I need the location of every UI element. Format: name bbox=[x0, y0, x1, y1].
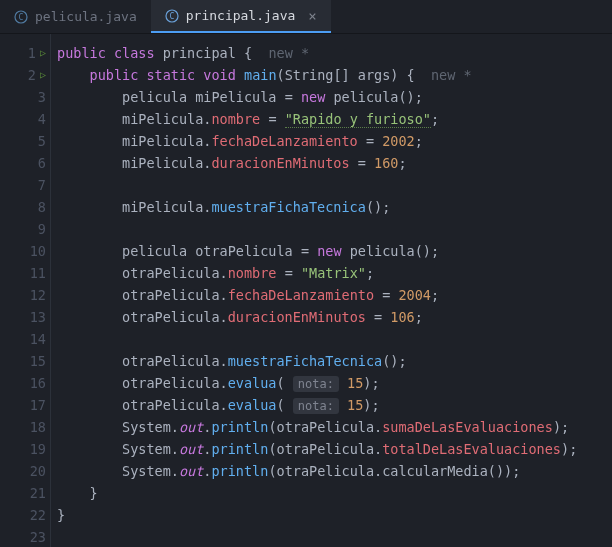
gutter-line[interactable]: 7 bbox=[0, 174, 50, 196]
gutter-line[interactable]: 9 bbox=[0, 218, 50, 240]
java-class-icon: C bbox=[165, 9, 179, 23]
gutter-line[interactable]: 15 bbox=[0, 350, 50, 372]
gutter-line[interactable]: 16 bbox=[0, 372, 50, 394]
code-line: } bbox=[57, 504, 577, 526]
code-line: miPelicula.fechaDeLanzamiento = 2002; bbox=[57, 130, 577, 152]
gutter-line[interactable]: 14 bbox=[0, 328, 50, 350]
code-line: otraPelicula.evalua( nota: 15); bbox=[57, 372, 577, 394]
close-icon[interactable]: × bbox=[308, 8, 316, 24]
run-icon[interactable]: ▷ bbox=[40, 64, 46, 86]
code-line: otraPelicula.nombre = "Matrix"; bbox=[57, 262, 577, 284]
code-line: otraPelicula.muestraFichaTecnica(); bbox=[57, 350, 577, 372]
gutter-line[interactable]: 6 bbox=[0, 152, 50, 174]
code-content[interactable]: public class principal { new * public st… bbox=[50, 34, 577, 547]
tab-label: principal.java bbox=[186, 8, 296, 23]
code-line: otraPelicula.evalua( nota: 15); bbox=[57, 394, 577, 416]
code-line: public class principal { new * bbox=[57, 42, 577, 64]
gutter-line[interactable]: 20 bbox=[0, 460, 50, 482]
gutter-line[interactable]: 23 bbox=[0, 526, 50, 547]
code-line: otraPelicula.fechaDeLanzamiento = 2004; bbox=[57, 284, 577, 306]
editor-tabs: C pelicula.java C principal.java × bbox=[0, 0, 612, 34]
run-icon[interactable]: ▷ bbox=[40, 42, 46, 64]
code-line: System.out.println(otraPelicula.sumaDeLa… bbox=[57, 416, 577, 438]
code-line: System.out.println(otraPelicula.calcular… bbox=[57, 460, 577, 482]
gutter-line[interactable]: 12 bbox=[0, 284, 50, 306]
tab-principal[interactable]: C principal.java × bbox=[151, 0, 331, 33]
tab-pelicula[interactable]: C pelicula.java bbox=[0, 0, 151, 33]
tab-label: pelicula.java bbox=[35, 9, 137, 24]
gutter-line[interactable]: 1▷ bbox=[0, 42, 50, 64]
code-line bbox=[57, 328, 577, 350]
param-hint: nota: bbox=[293, 376, 339, 392]
gutter-line[interactable]: 13 bbox=[0, 306, 50, 328]
code-line: miPelicula.duracionEnMinutos = 160; bbox=[57, 152, 577, 174]
code-line: miPelicula.muestraFichaTecnica(); bbox=[57, 196, 577, 218]
code-line bbox=[57, 218, 577, 240]
code-line: pelicula otraPelicula = new pelicula(); bbox=[57, 240, 577, 262]
gutter-line[interactable]: 19 bbox=[0, 438, 50, 460]
code-line: public static void main(String[] args) {… bbox=[57, 64, 577, 86]
code-line: otraPelicula.duracionEnMinutos = 106; bbox=[57, 306, 577, 328]
code-line: } bbox=[57, 482, 577, 504]
gutter-line[interactable]: 22 bbox=[0, 504, 50, 526]
gutter-line[interactable]: 5 bbox=[0, 130, 50, 152]
code-line: System.out.println(otraPelicula.totalDeL… bbox=[57, 438, 577, 460]
code-line: pelicula miPelicula = new pelicula(); bbox=[57, 86, 577, 108]
gutter-line[interactable]: 10 bbox=[0, 240, 50, 262]
gutter-line[interactable]: 18 bbox=[0, 416, 50, 438]
svg-text:C: C bbox=[169, 12, 174, 21]
param-hint: nota: bbox=[293, 398, 339, 414]
gutter-line[interactable]: 21 bbox=[0, 482, 50, 504]
svg-text:C: C bbox=[19, 13, 24, 22]
gutter-line[interactable]: 17 bbox=[0, 394, 50, 416]
gutter-line[interactable]: 2▷ bbox=[0, 64, 50, 86]
code-line: miPelicula.nombre = "Rapido y furioso"; bbox=[57, 108, 577, 130]
editor-area: 1▷ 2▷ 3 4 5 6 7 8 9 10 11 12 13 14 15 16… bbox=[0, 34, 612, 547]
code-line bbox=[57, 174, 577, 196]
gutter-line[interactable]: 11 bbox=[0, 262, 50, 284]
java-class-icon: C bbox=[14, 10, 28, 24]
gutter-line[interactable]: 3 bbox=[0, 86, 50, 108]
gutter-line[interactable]: 8 bbox=[0, 196, 50, 218]
inlay-hint: new * bbox=[431, 67, 472, 83]
gutter-line[interactable]: 4 bbox=[0, 108, 50, 130]
inlay-hint: new * bbox=[268, 45, 309, 61]
code-line bbox=[57, 526, 577, 547]
line-gutter: 1▷ 2▷ 3 4 5 6 7 8 9 10 11 12 13 14 15 16… bbox=[0, 34, 50, 547]
